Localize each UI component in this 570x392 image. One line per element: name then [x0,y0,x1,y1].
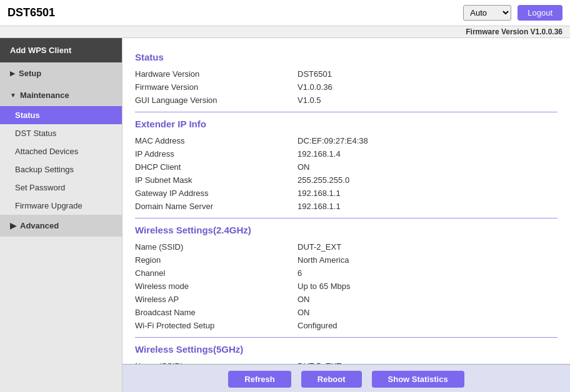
setup-label: Setup [19,69,41,78]
table-row: MAC AddressDC:EF:09:27:E4:38 [135,134,558,147]
table-row: IP Subnet Mask255.255.255.0 [135,174,558,187]
table-row: Firmware VersionV1.0.0.36 [135,81,558,94]
divider-2 [135,218,558,218]
wireless24-title: Wireless Settings(2.4GHz) [135,225,558,235]
row-value: 192.168.1.1 [298,200,558,213]
row-value: ON [298,160,558,174]
add-wps-button[interactable]: Add WPS Client [0,38,122,62]
sidebar-group-advanced[interactable]: ▶ Advanced [0,215,122,237]
row-value: ON [298,293,558,306]
row-label: Wireless mode [135,280,298,293]
table-row: Wireless APON [135,293,558,306]
row-value: 192.168.1.1 [298,187,558,200]
firmware-version: Firmware Version V1.0.0.36 [0,26,570,38]
show-statistics-button[interactable]: Show Statistics [372,371,464,388]
row-label: IP Subnet Mask [135,174,298,187]
sidebar: Add WPS Client ▶ Setup ▼ Maintenance Sta… [0,38,122,392]
row-value: 255.255.255.0 [298,174,558,187]
divider-3 [135,337,558,338]
row-label: Channel [135,267,298,280]
sidebar-item-firmware-upgrade[interactable]: Firmware Upgrade [0,197,122,215]
refresh-button[interactable]: Refresh [228,371,291,388]
sidebar-group-maintenance[interactable]: ▼ Maintenance [0,84,122,106]
row-value: V1.0.0.36 [298,81,558,94]
page-title: Status [135,52,558,62]
sidebar-item-backup-settings[interactable]: Backup Settings [0,160,122,179]
row-label: MAC Address [135,134,298,147]
table-row: IP Address192.168.1.4 [135,147,558,160]
brand-title: DST6501 [8,6,55,19]
sidebar-item-attached-devices[interactable]: Attached Devices [0,142,122,160]
logout-button[interactable]: Logout [518,5,562,21]
advanced-label: Advanced [20,221,59,230]
divider-1 [135,112,558,112]
sidebar-group-setup[interactable]: ▶ Setup [0,62,122,84]
row-value: ON [298,306,558,319]
row-value: 6 [298,267,558,280]
row-value: DST6501 [298,67,558,81]
table-row: GUI Language VersionV1.0.5 [135,94,558,107]
table-row: Broadcast NameON [135,306,558,319]
wireless24-table: Name (SSID)DUT-2_EXTRegionNorth AmericaC… [135,240,558,332]
row-value: DC:EF:09:27:E4:38 [298,134,558,147]
table-row: Name (SSID)DUT-2_EXT [135,240,558,253]
table-row: RegionNorth America [135,253,558,267]
reboot-button[interactable]: Reboot [301,371,362,388]
row-label: Broadcast Name [135,306,298,319]
row-value: 192.168.1.4 [298,147,558,160]
hardware-info-table: Hardware VersionDST6501Firmware VersionV… [135,67,558,107]
row-label: Firmware Version [135,81,298,94]
row-label: Wireless AP [135,293,298,306]
setup-arrow-icon: ▶ [10,70,15,77]
maintenance-arrow-icon: ▼ [10,92,16,99]
row-value: North America [298,253,558,267]
main-content: Status Hardware VersionDST6501Firmware V… [122,38,570,392]
table-row: Wi-Fi Protected SetupConfigured [135,319,558,332]
row-label: DHCP Client [135,160,298,174]
advanced-arrow-icon: ▶ [10,221,16,230]
table-row: Wireless modeUp to 65 Mbps [135,280,558,293]
row-label: Gateway IP Address [135,187,298,200]
table-row: DHCP ClientON [135,160,558,174]
extender-ip-title: Extender IP Info [135,119,558,129]
table-row: Gateway IP Address192.168.1.1 [135,187,558,200]
row-label: Name (SSID) [135,240,298,253]
table-row: Channel6 [135,267,558,280]
sidebar-item-dst-status[interactable]: DST Status [0,124,122,142]
sidebar-item-set-password[interactable]: Set Password [0,179,122,197]
footer-buttons: Refresh Reboot Show Statistics [122,364,570,392]
table-row: Domain Name Server192.168.1.1 [135,200,558,213]
extender-ip-table: MAC AddressDC:EF:09:27:E4:38IP Address19… [135,134,558,213]
maintenance-label: Maintenance [20,91,69,100]
row-value: DUT-2_EXT [298,240,558,253]
row-label: IP Address [135,147,298,160]
row-label: GUI Language Version [135,94,298,107]
row-label: Domain Name Server [135,200,298,213]
row-value: V1.0.5 [298,94,558,107]
row-value: Configured [298,319,558,332]
table-row: Hardware VersionDST6501 [135,67,558,81]
sidebar-item-status[interactable]: Status [0,106,122,124]
row-value: Up to 65 Mbps [298,280,558,293]
row-label: Hardware Version [135,67,298,81]
wireless5-title: Wireless Settings(5GHz) [135,344,558,355]
row-label: Wi-Fi Protected Setup [135,319,298,332]
row-label: Region [135,253,298,267]
language-select[interactable]: Auto Manual [463,5,511,21]
